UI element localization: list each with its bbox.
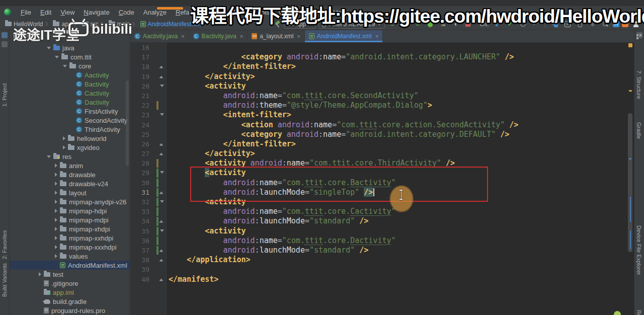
tree-item-proguard-rules-pro[interactable]: proguard-rules.pro bbox=[10, 306, 129, 315]
code-line-21[interactable]: 21 android:name="com.ttit.core.SecondAct… bbox=[130, 91, 627, 101]
code-line-17[interactable]: 17 <category android:name="android.inten… bbox=[130, 52, 627, 62]
project-scrollbar[interactable] bbox=[126, 81, 129, 166]
expand-arrow-icon[interactable] bbox=[55, 173, 57, 177]
tree-item-androidmanifest-xml[interactable]: AndroidManifest.xml bbox=[10, 261, 129, 270]
expand-arrow-icon[interactable] bbox=[55, 164, 57, 168]
tree-item-drawable-v24[interactable]: drawable-v24 bbox=[10, 179, 129, 188]
fold-marker-icon[interactable] bbox=[160, 85, 164, 87]
close-tab-icon[interactable]: × bbox=[375, 33, 378, 39]
code-line-34[interactable]: 34 android:launchMode="standard" /> bbox=[130, 216, 627, 226]
code-line-16[interactable]: 16 bbox=[130, 43, 627, 52]
expand-arrow-icon[interactable] bbox=[39, 272, 41, 276]
tree-item-mipmap-xhdpi[interactable]: mipmap-xhdpi bbox=[10, 224, 129, 233]
expand-arrow-icon[interactable] bbox=[55, 200, 57, 204]
menu-file[interactable]: File bbox=[16, 8, 36, 17]
expand-arrow-icon[interactable] bbox=[63, 145, 65, 149]
code-line-26[interactable]: 26 </intent-filter> bbox=[130, 139, 627, 149]
expand-arrow-icon[interactable] bbox=[55, 191, 57, 195]
tree-item-cactivity[interactable]: Cactivity bbox=[10, 89, 129, 98]
expand-arrow-icon[interactable] bbox=[63, 136, 65, 140]
tool-window-button-build-variants[interactable]: Build Variants bbox=[2, 252, 8, 297]
tree-item-mipmap-xxxhdpi[interactable]: mipmap-xxxhdpi bbox=[10, 243, 129, 252]
code-line-40[interactable]: 40</manifest> bbox=[130, 275, 627, 284]
tree-item-mipmap-mdpi[interactable]: mipmap-mdpi bbox=[10, 215, 129, 224]
expand-arrow-icon[interactable] bbox=[55, 182, 57, 186]
tool-window-button-7-structure[interactable]: 7: Structure bbox=[636, 70, 642, 116]
tree-item-layout[interactable]: layout bbox=[10, 188, 129, 197]
tool-window-button-gradle[interactable]: Gradle bbox=[636, 122, 642, 152]
tree-item--gitignore[interactable]: .gitignore bbox=[10, 279, 129, 288]
fold-marker-icon[interactable] bbox=[159, 249, 164, 252]
hide-panels-icon[interactable] bbox=[636, 32, 642, 38]
fold-marker-icon[interactable] bbox=[159, 75, 164, 78]
fold-marker-icon[interactable] bbox=[160, 229, 164, 232]
expand-arrow-icon[interactable] bbox=[47, 47, 51, 49]
code-line-39[interactable]: 39 bbox=[130, 265, 627, 274]
expand-arrow-icon[interactable] bbox=[55, 218, 57, 222]
tree-item-mipmap-anydpi-v26[interactable]: mipmap-anydpi-v26 bbox=[10, 197, 129, 206]
tab-a-layout-xml[interactable]: a_layout.xml× bbox=[248, 30, 305, 42]
close-tab-icon[interactable]: × bbox=[181, 33, 184, 39]
tool-window-button-1-project[interactable]: 1: Project bbox=[2, 71, 8, 107]
tree-item-build-gradle[interactable]: build.gradle bbox=[10, 297, 129, 306]
code-line-24[interactable]: 24 <action android:name="com.ttit.core.a… bbox=[130, 120, 627, 130]
tree-item-values[interactable]: values bbox=[10, 252, 129, 261]
fold-marker-icon[interactable] bbox=[159, 66, 164, 68]
code-line-27[interactable]: 27 </activity> bbox=[130, 149, 627, 159]
fold-marker-icon[interactable] bbox=[160, 171, 164, 174]
tree-item-bactivity[interactable]: Bactivity bbox=[10, 80, 129, 89]
code-editor[interactable]: 1617 <category android:name="android.int… bbox=[130, 43, 634, 315]
tree-item-anim[interactable]: anim bbox=[10, 161, 129, 170]
expand-arrow-icon[interactable] bbox=[55, 245, 57, 249]
code-line-31[interactable]: 31 android:launchMode="singleTop" /> bbox=[130, 188, 627, 197]
code-line-25[interactable]: 25 <category android:name="android.inten… bbox=[130, 130, 627, 139]
close-tab-icon[interactable]: × bbox=[297, 33, 300, 39]
tree-item-test[interactable]: test bbox=[10, 270, 129, 279]
tree-item-firstactivity[interactable]: FirstActivity bbox=[10, 107, 129, 116]
tree-item-com-ttit[interactable]: com.ttit bbox=[10, 52, 129, 61]
tree-item-app-iml[interactable]: app.iml bbox=[10, 288, 129, 297]
fold-marker-icon[interactable] bbox=[159, 259, 164, 262]
menu-view[interactable]: View bbox=[56, 8, 79, 17]
editor-scrollbar[interactable] bbox=[627, 43, 633, 315]
expand-arrow-icon[interactable] bbox=[55, 56, 59, 58]
close-tab-icon[interactable]: × bbox=[240, 33, 243, 39]
tool-window-button-resource-manager[interactable]: Resource Manager bbox=[636, 310, 642, 315]
tree-item-core[interactable]: core bbox=[10, 61, 129, 70]
code-line-32[interactable]: 32 <activity bbox=[130, 197, 627, 207]
code-line-20[interactable]: 20 <activity bbox=[130, 82, 627, 91]
fold-marker-icon[interactable] bbox=[159, 220, 164, 223]
tool-window-icon[interactable] bbox=[2, 41, 8, 47]
expand-arrow-icon[interactable] bbox=[55, 227, 57, 231]
fold-marker-icon[interactable] bbox=[160, 113, 164, 116]
code-line-37[interactable]: 37 android:launchMode="standard" /> bbox=[130, 246, 627, 255]
fold-marker-icon[interactable] bbox=[159, 143, 164, 145]
tree-item-helloworld[interactable]: helloworld bbox=[10, 134, 129, 143]
tool-window-button-device-file-explorer[interactable]: Device File Explorer bbox=[636, 225, 642, 288]
expand-arrow-icon[interactable] bbox=[55, 209, 57, 213]
code-area[interactable]: 1617 <category android:name="android.int… bbox=[130, 43, 627, 284]
fold-marker-icon[interactable] bbox=[159, 153, 164, 155]
tree-item-xgvideo[interactable]: xgvideo bbox=[10, 143, 129, 152]
tree-item-res[interactable]: res bbox=[10, 152, 129, 161]
tab-aactivity-java[interactable]: Aactivity.java× bbox=[130, 30, 189, 42]
code-line-18[interactable]: 18 </intent-filter> bbox=[130, 62, 627, 71]
project-tool-icon[interactable] bbox=[2, 32, 8, 38]
menu-edit[interactable]: Edit bbox=[36, 8, 56, 17]
tab-bactivity-java[interactable]: Bactivity.java× bbox=[189, 30, 248, 42]
code-line-33[interactable]: 33 android:name="com.ttit.core.Cactivity… bbox=[130, 207, 627, 216]
code-line-38[interactable]: 38 </application> bbox=[130, 255, 627, 265]
expand-arrow-icon[interactable] bbox=[47, 155, 51, 158]
menu-navigate[interactable]: Navigate bbox=[79, 8, 114, 17]
code-line-36[interactable]: 36 android:name="com.ttit.core.Dactivity… bbox=[130, 236, 627, 246]
fold-marker-icon[interactable] bbox=[160, 200, 164, 203]
expand-arrow-icon[interactable] bbox=[55, 254, 57, 258]
tool-window-button-layout-captures[interactable]: Layout Captures bbox=[2, 307, 8, 315]
tree-item-secondactivity[interactable]: SecondActivity bbox=[10, 116, 129, 125]
tree-item-java[interactable]: java bbox=[10, 43, 129, 52]
tree-item-mipmap-xxhdpi[interactable]: mipmap-xxhdpi bbox=[10, 233, 129, 243]
tree-item-dactivity[interactable]: Dactivity bbox=[10, 98, 129, 107]
code-line-28[interactable]: 28 <activity android:name="com.ttit.core… bbox=[130, 159, 627, 168]
tree-item-thirdactivity[interactable]: ThirdActivity bbox=[10, 125, 129, 134]
tree-item-drawable[interactable]: drawable bbox=[10, 170, 129, 179]
